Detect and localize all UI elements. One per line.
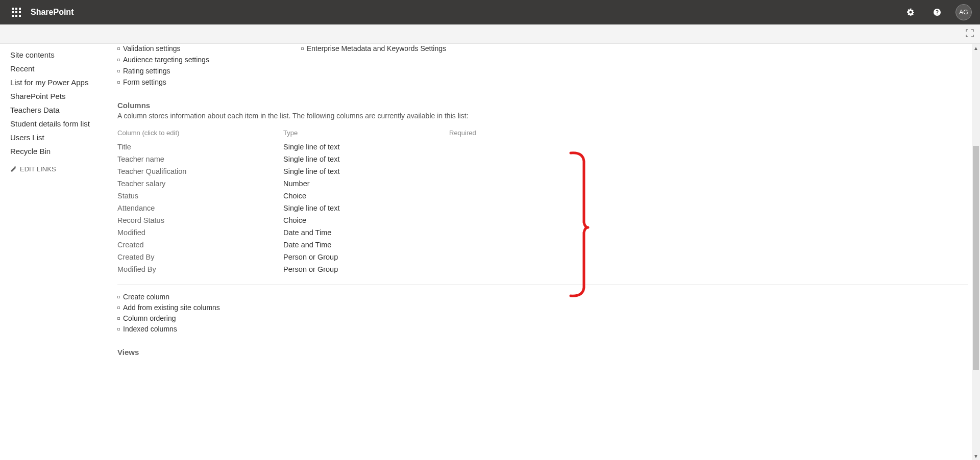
views-heading: Views: [117, 348, 968, 356]
column-type: Person or Group: [283, 251, 449, 263]
column-type: Date and Time: [283, 239, 449, 251]
edit-links-label: EDIT LINKS: [20, 165, 56, 173]
column-name-link[interactable]: Record Status: [117, 216, 164, 224]
scroll-down-arrow[interactable]: ▼: [972, 452, 980, 460]
col-header-name: Column (click to edit): [117, 127, 283, 141]
column-type: Choice: [283, 214, 449, 226]
vertical-scrollbar[interactable]: ▲ ▼: [972, 44, 980, 460]
focus-icon: [966, 29, 974, 37]
column-name-link[interactable]: Teacher name: [117, 155, 164, 163]
suite-bar: SharePoint AG: [0, 0, 980, 24]
nav-teachers-data[interactable]: Teachers Data: [10, 103, 107, 117]
link-create-column[interactable]: Create column: [117, 292, 968, 301]
table-row: Created ByPerson or Group: [117, 251, 781, 263]
focus-content-button[interactable]: [966, 29, 974, 39]
column-type: Person or Group: [283, 263, 449, 275]
link-rating-settings[interactable]: Rating settings: [117, 66, 209, 75]
column-required: [449, 226, 781, 239]
column-type: Choice: [283, 190, 449, 202]
column-required: [449, 202, 781, 214]
bullet-icon: [117, 70, 120, 72]
column-type: Single line of text: [283, 141, 449, 153]
link-audience-targeting[interactable]: Audience targeting settings: [117, 55, 209, 64]
nav-student-details[interactable]: Student details form list: [10, 117, 107, 131]
table-row: Teacher nameSingle line of text: [117, 153, 781, 165]
link-indexed-columns[interactable]: Indexed columns: [117, 324, 968, 334]
side-navigation: Site contents Recent List for my Power A…: [0, 44, 107, 460]
bullet-icon: [117, 328, 120, 330]
app-launcher-button[interactable]: [4, 0, 29, 24]
column-required: [449, 251, 781, 263]
edit-links-button[interactable]: EDIT LINKS: [10, 165, 107, 173]
column-name-link[interactable]: Teacher salary: [117, 180, 165, 188]
column-required: [449, 153, 781, 165]
scroll-up-arrow[interactable]: ▲: [972, 44, 980, 52]
bullet-icon: [117, 306, 120, 309]
link-add-existing-columns[interactable]: Add from existing site columns: [117, 303, 968, 312]
column-name-link[interactable]: Created By: [117, 253, 155, 261]
col-header-required: Required: [449, 127, 781, 141]
waffle-icon: [12, 8, 21, 17]
ribbon-bar: [0, 24, 980, 44]
help-icon: [933, 8, 941, 16]
column-type: Date and Time: [283, 226, 449, 239]
nav-sharepoint-pets[interactable]: SharePoint Pets: [10, 89, 107, 103]
bullet-icon: [117, 81, 120, 84]
column-name-link[interactable]: Title: [117, 143, 131, 151]
column-required: [449, 239, 781, 251]
link-enterprise-metadata[interactable]: Enterprise Metadata and Keywords Setting…: [301, 44, 446, 53]
table-row: Teacher salaryNumber: [117, 177, 781, 190]
table-row: CreatedDate and Time: [117, 239, 781, 251]
bullet-icon: [117, 59, 120, 61]
column-required: [449, 141, 781, 153]
columns-table: Column (click to edit) Type Required Tit…: [117, 127, 781, 275]
column-type: Single line of text: [283, 202, 449, 214]
columns-description: A column stores information about each i…: [117, 112, 968, 120]
columns-heading: Columns: [117, 101, 968, 110]
nav-users-list[interactable]: Users List: [10, 131, 107, 144]
bullet-icon: [117, 47, 120, 50]
table-row: ModifiedDate and Time: [117, 226, 781, 239]
column-name-link[interactable]: Modified: [117, 228, 145, 237]
table-row: Record StatusChoice: [117, 214, 781, 226]
bullet-icon: [117, 296, 120, 298]
table-row: StatusChoice: [117, 190, 781, 202]
settings-button[interactable]: [898, 0, 923, 24]
scroll-thumb[interactable]: [973, 146, 979, 370]
table-row: Modified ByPerson or Group: [117, 263, 781, 275]
column-required: [449, 190, 781, 202]
table-row: Teacher QualificationSingle line of text: [117, 165, 781, 177]
user-avatar[interactable]: AG: [955, 4, 972, 20]
column-name-link[interactable]: Created: [117, 241, 144, 249]
column-required: [449, 177, 781, 190]
app-name[interactable]: SharePoint: [29, 8, 74, 17]
column-required: [449, 214, 781, 226]
gear-icon: [906, 8, 915, 16]
help-button[interactable]: [925, 0, 949, 24]
column-name-link[interactable]: Modified By: [117, 265, 156, 273]
column-name-link[interactable]: Status: [117, 192, 138, 200]
column-type: Single line of text: [283, 165, 449, 177]
column-name-link[interactable]: Teacher Qualification: [117, 167, 186, 175]
pencil-icon: [10, 166, 17, 172]
column-type: Number: [283, 177, 449, 190]
link-validation-settings[interactable]: Validation settings: [117, 44, 209, 53]
column-required: [449, 165, 781, 177]
link-column-ordering[interactable]: Column ordering: [117, 314, 968, 323]
table-row: AttendanceSingle line of text: [117, 202, 781, 214]
col-header-type: Type: [283, 127, 449, 141]
nav-recycle-bin[interactable]: Recycle Bin: [10, 144, 107, 158]
column-type: Single line of text: [283, 153, 449, 165]
column-name-link[interactable]: Attendance: [117, 204, 155, 212]
column-required: [449, 263, 781, 275]
nav-site-contents[interactable]: Site contents: [10, 48, 107, 62]
link-form-settings[interactable]: Form settings: [117, 78, 209, 87]
table-row: TitleSingle line of text: [117, 141, 781, 153]
main-content: Validation settings Audience targeting s…: [107, 44, 980, 460]
bullet-icon: [117, 317, 120, 320]
nav-list-powerapps[interactable]: List for my Power Apps: [10, 75, 107, 89]
bullet-icon: [301, 47, 304, 50]
nav-recent[interactable]: Recent: [10, 62, 107, 75]
